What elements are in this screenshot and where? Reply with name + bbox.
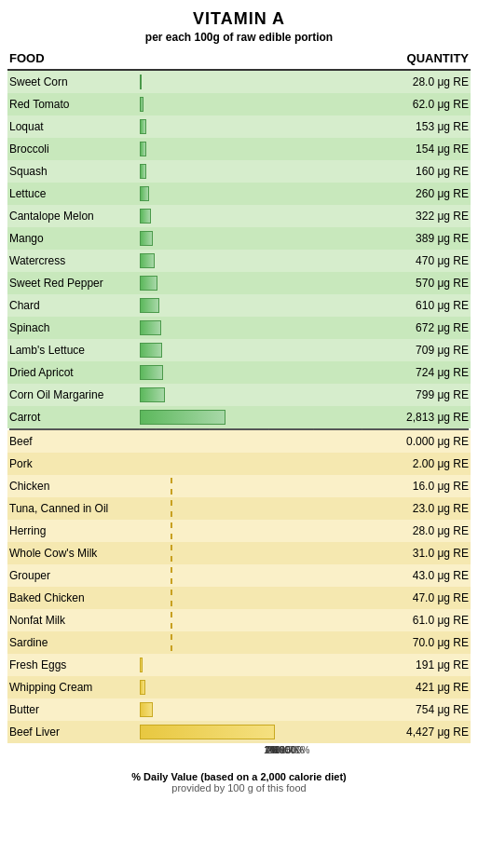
table-row: Whole Cow's Milk31.0 μg RE bbox=[7, 542, 471, 564]
bar-area bbox=[140, 185, 385, 202]
bar-area bbox=[140, 500, 385, 517]
bar-area bbox=[140, 657, 385, 673]
quantity-value: 31.0 μg RE bbox=[385, 547, 469, 560]
table-row: Sweet Red Pepper570 μg RE bbox=[7, 272, 471, 294]
quantity-value: 610 μg RE bbox=[385, 299, 469, 312]
table-row: Tuna, Canned in Oil23.0 μg RE bbox=[7, 497, 471, 520]
data-bar bbox=[140, 365, 163, 380]
data-bar bbox=[140, 276, 157, 291]
quantity-value: 322 μg RE bbox=[385, 210, 469, 223]
food-name-label: Whipping Cream bbox=[9, 681, 140, 694]
table-row: Spinach672 μg RE bbox=[7, 317, 471, 339]
data-bar bbox=[140, 725, 275, 739]
food-name-label: Nonfat Milk bbox=[9, 614, 140, 627]
quantity-value: 799 μg RE bbox=[385, 388, 469, 401]
food-name-label: Grouper bbox=[9, 569, 140, 582]
bar-area bbox=[140, 590, 385, 606]
data-bar bbox=[171, 590, 172, 606]
quantity-value: 0.000 μg RE bbox=[385, 435, 469, 448]
table-row: Mango389 μg RE bbox=[7, 227, 471, 250]
table-headers: FOOD QUANTITY bbox=[7, 51, 471, 71]
data-bar bbox=[140, 410, 225, 425]
footer-line2: provided by 100 g of this food bbox=[7, 782, 471, 793]
bar-area bbox=[140, 74, 385, 90]
quantity-value: 709 μg RE bbox=[385, 344, 469, 357]
food-name-label: Broccoli bbox=[9, 142, 140, 156]
data-bar bbox=[171, 522, 172, 539]
food-name-label: Corn Oil Margarine bbox=[9, 388, 140, 401]
food-name-label: Cantalope Melon bbox=[9, 210, 140, 223]
subtitle-pre: per each bbox=[145, 31, 195, 44]
food-name-label: Sweet Red Pepper bbox=[9, 277, 140, 290]
table-row: Pork2.00 μg RE bbox=[7, 453, 471, 475]
bar-area bbox=[140, 409, 385, 426]
bar-area bbox=[140, 634, 385, 651]
table-row: Squash160 μg RE bbox=[7, 160, 471, 183]
food-name-label: Mango bbox=[9, 232, 140, 245]
page: VITAMIN A per each 100g of raw edible po… bbox=[0, 0, 478, 803]
table-row: Sardine70.0 μg RE bbox=[7, 631, 471, 654]
table-row: Carrot2,813 μg RE bbox=[7, 406, 471, 428]
quantity-value: 2,813 μg RE bbox=[385, 411, 469, 424]
footer-bold: 2,000 calorie diet bbox=[260, 771, 343, 782]
bar-area bbox=[140, 118, 385, 135]
table-row: Red Tomato62.0 μg RE bbox=[7, 93, 471, 115]
quantity-value: 16.0 μg RE bbox=[385, 480, 469, 493]
table-row: Fresh Eggs191 μg RE bbox=[7, 654, 471, 676]
data-bar bbox=[171, 478, 172, 495]
quantity-value: 47.0 μg RE bbox=[385, 591, 469, 604]
subtitle-bold: 100g bbox=[195, 31, 220, 44]
table-row: Loquat153 μg RE bbox=[7, 115, 471, 138]
x-axis: 1%2%4%10%20%40%100%200%500% bbox=[7, 745, 471, 764]
bar-area bbox=[140, 387, 385, 403]
quantity-value: 570 μg RE bbox=[385, 277, 469, 290]
data-bar bbox=[171, 545, 172, 562]
data-bar bbox=[140, 343, 162, 358]
quantity-value: 191 μg RE bbox=[385, 658, 469, 671]
chart-subtitle: per each 100g of raw edible portion bbox=[7, 31, 471, 44]
bar-area bbox=[140, 478, 385, 495]
data-bar bbox=[140, 702, 153, 717]
table-row: Nonfat Milk61.0 μg RE bbox=[7, 609, 471, 631]
table-row: Chard610 μg RE bbox=[7, 294, 471, 317]
table-row: Baked Chicken47.0 μg RE bbox=[7, 587, 471, 609]
yellow-section: Beef0.000 μg REPork2.00 μg REChicken16.0… bbox=[7, 430, 471, 743]
bar-area bbox=[140, 342, 385, 359]
table-row: Watercress470 μg RE bbox=[7, 250, 471, 272]
bar-area bbox=[140, 163, 385, 180]
chart-footer: % Daily Value (based on a 2,000 calorie … bbox=[7, 771, 471, 793]
bar-area bbox=[140, 208, 385, 224]
food-name-label: Beef bbox=[9, 435, 140, 448]
food-name-label: Chicken bbox=[9, 480, 140, 493]
data-bar bbox=[171, 500, 172, 517]
food-name-label: Pork bbox=[9, 457, 140, 470]
bar-area bbox=[140, 433, 385, 450]
table-row: Beef Liver4,427 μg RE bbox=[7, 721, 471, 743]
data-bar bbox=[140, 387, 165, 402]
table-row: Whipping Cream421 μg RE bbox=[7, 676, 471, 698]
bar-area bbox=[140, 612, 385, 629]
data-bar bbox=[140, 209, 151, 224]
table-row: Grouper43.0 μg RE bbox=[7, 564, 471, 587]
data-bar bbox=[171, 634, 172, 651]
food-name-label: Baked Chicken bbox=[9, 591, 140, 604]
food-name-label: Loquat bbox=[9, 120, 140, 133]
data-bar bbox=[171, 612, 172, 629]
quantity-value: 389 μg RE bbox=[385, 232, 469, 245]
axis-label: 500% bbox=[286, 745, 310, 755]
food-name-label: Sardine bbox=[9, 636, 140, 649]
table-row: Lettuce260 μg RE bbox=[7, 183, 471, 205]
quantity-value: 421 μg RE bbox=[385, 681, 469, 694]
bar-area bbox=[140, 701, 385, 718]
quantity-value: 153 μg RE bbox=[385, 120, 469, 133]
table-row: Chicken16.0 μg RE bbox=[7, 475, 471, 497]
data-bar bbox=[140, 119, 146, 134]
bar-area bbox=[140, 230, 385, 247]
food-name-label: Carrot bbox=[9, 411, 140, 424]
bar-area bbox=[140, 96, 385, 113]
data-bar bbox=[140, 680, 145, 695]
data-bar bbox=[140, 231, 153, 246]
chart-wrapper: Sweet Corn28.0 μg RERed Tomato62.0 μg RE… bbox=[7, 71, 471, 743]
food-name-label: Tuna, Canned in Oil bbox=[9, 502, 140, 515]
food-name-label: Lettuce bbox=[9, 187, 140, 200]
